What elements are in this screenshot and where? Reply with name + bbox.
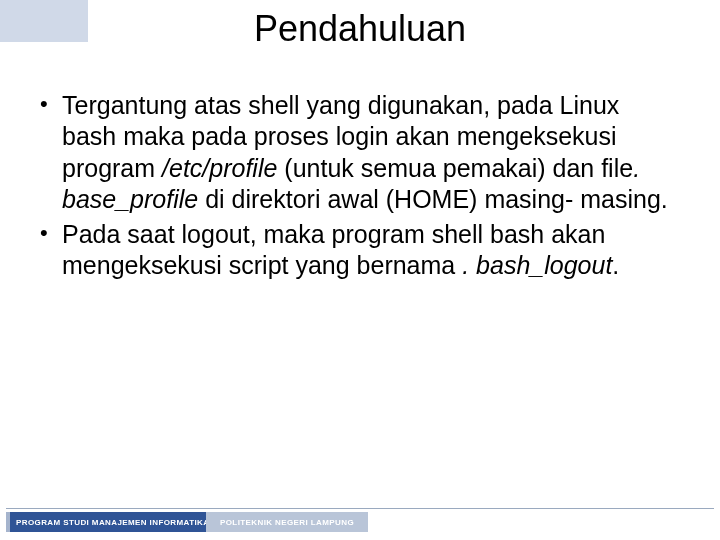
footer-program-text: PROGRAM STUDI MANAJEMEN INFORMATIKA	[16, 518, 209, 527]
text-run: . bash_logout	[462, 251, 612, 279]
text-run: .	[612, 251, 619, 279]
footer-divider	[6, 508, 714, 509]
footer-institution-text: POLITEKNIK NEGERI LAMPUNG	[220, 518, 354, 527]
footer: PROGRAM STUDI MANAJEMEN INFORMATIKA POLI…	[0, 508, 720, 540]
text-run: (untuk semua pemakai) dan file	[277, 154, 633, 182]
footer-swatch	[6, 512, 10, 532]
text-run: di direktori awal (HOME) masing- masing.	[205, 185, 668, 213]
bullet-item: Pada saat logout, maka program shell bas…	[34, 219, 674, 282]
footer-program-badge: PROGRAM STUDI MANAJEMEN INFORMATIKA	[6, 512, 219, 532]
slide: Pendahuluan Tergantung atas shell yang d…	[0, 0, 720, 540]
bullet-item: Tergantung atas shell yang digunakan, pa…	[34, 90, 674, 215]
text-run: /etc/profile	[162, 154, 277, 182]
slide-title: Pendahuluan	[0, 8, 720, 50]
footer-institution-badge: POLITEKNIK NEGERI LAMPUNG	[206, 512, 368, 532]
bullet-list: Tergantung atas shell yang digunakan, pa…	[34, 90, 674, 282]
slide-body: Tergantung atas shell yang digunakan, pa…	[34, 90, 674, 286]
